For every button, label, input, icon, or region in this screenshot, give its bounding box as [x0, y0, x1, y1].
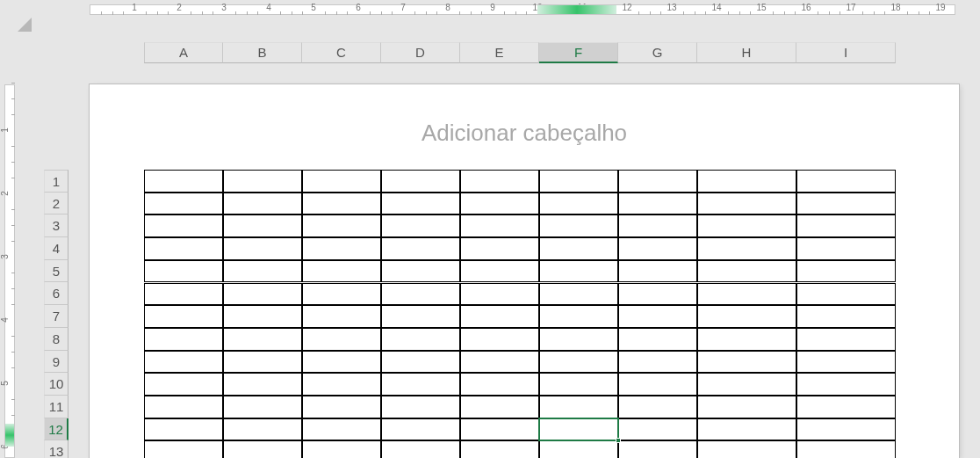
cell-A3[interactable]	[144, 214, 223, 237]
cell-A7[interactable]	[144, 305, 223, 328]
cell-C10[interactable]	[302, 373, 381, 396]
cell-H12[interactable]	[697, 418, 796, 441]
column-header-c[interactable]: C	[302, 42, 381, 63]
row-header-7[interactable]: 7	[44, 305, 68, 328]
cell-F11[interactable]	[539, 396, 618, 418]
row-header-2[interactable]: 2	[44, 193, 68, 215]
fill-handle[interactable]	[616, 438, 621, 443]
cell-A5[interactable]	[144, 260, 223, 283]
row-header-10[interactable]: 10	[44, 373, 68, 396]
cell-F4[interactable]	[539, 237, 618, 260]
select-all-corner[interactable]	[0, 0, 39, 39]
cell-F8[interactable]	[539, 328, 618, 351]
column-header-f[interactable]: F	[539, 42, 618, 63]
cell-B8[interactable]	[223, 328, 302, 351]
cell-A1[interactable]	[144, 170, 223, 193]
cell-D3[interactable]	[381, 214, 460, 237]
cell-D4[interactable]	[381, 237, 460, 260]
cell-I3[interactable]	[796, 214, 896, 237]
cell-G2[interactable]	[618, 193, 697, 215]
cell-C11[interactable]	[302, 396, 381, 418]
cell-C12[interactable]	[302, 418, 381, 441]
cell-C5[interactable]	[302, 260, 381, 283]
cell-C3[interactable]	[302, 214, 381, 237]
cell-D6[interactable]	[381, 283, 460, 306]
cell-B4[interactable]	[223, 237, 302, 260]
column-header-i[interactable]: I	[796, 42, 896, 63]
cell-G7[interactable]	[618, 305, 697, 328]
row-header-3[interactable]: 3	[44, 214, 68, 237]
cell-I11[interactable]	[796, 396, 896, 418]
cell-E5[interactable]	[460, 260, 539, 283]
cell-A6[interactable]	[144, 283, 223, 306]
vertical-ruler[interactable]: 123456	[0, 84, 19, 458]
cell-B12[interactable]	[223, 418, 302, 441]
cell-C13[interactable]	[302, 440, 381, 458]
cell-G6[interactable]	[618, 283, 697, 306]
cell-E6[interactable]	[460, 283, 539, 306]
cell-H1[interactable]	[697, 170, 796, 193]
cell-F13[interactable]	[539, 440, 618, 458]
cell-A4[interactable]	[144, 237, 223, 260]
cell-G13[interactable]	[618, 440, 697, 458]
row-header-6[interactable]: 6	[44, 282, 68, 305]
cell-I1[interactable]	[796, 170, 896, 193]
cell-B13[interactable]	[223, 440, 302, 458]
cell-B2[interactable]	[223, 193, 302, 215]
column-header-b[interactable]: B	[223, 42, 302, 63]
cell-E3[interactable]	[460, 214, 539, 237]
cell-E13[interactable]	[460, 440, 539, 458]
row-header-1[interactable]: 1	[44, 170, 68, 193]
cell-E9[interactable]	[460, 351, 539, 374]
cell-D13[interactable]	[381, 440, 460, 458]
column-header-a[interactable]: A	[144, 42, 223, 63]
cell-D10[interactable]	[381, 373, 460, 396]
row-header-12[interactable]: 12	[44, 418, 68, 441]
cell-D1[interactable]	[381, 170, 460, 193]
cell-D12[interactable]	[381, 418, 460, 441]
cell-E8[interactable]	[460, 328, 539, 351]
cell-I9[interactable]	[796, 351, 896, 374]
cell-E10[interactable]	[460, 373, 539, 396]
row-header-9[interactable]: 9	[44, 351, 68, 374]
cell-E11[interactable]	[460, 396, 539, 418]
cell-I6[interactable]	[796, 283, 896, 306]
cell-I7[interactable]	[796, 305, 896, 328]
cell-C4[interactable]	[302, 237, 381, 260]
cell-H9[interactable]	[697, 351, 796, 374]
cell-B10[interactable]	[223, 373, 302, 396]
cell-H3[interactable]	[697, 214, 796, 237]
cell-I10[interactable]	[796, 373, 896, 396]
cell-H13[interactable]	[697, 440, 796, 458]
column-header-d[interactable]: D	[381, 42, 460, 63]
column-header-g[interactable]: G	[618, 42, 697, 63]
cell-B6[interactable]	[223, 283, 302, 306]
cell-F10[interactable]	[539, 373, 618, 396]
cell-G11[interactable]	[618, 396, 697, 418]
cell-D5[interactable]	[381, 260, 460, 283]
column-header-e[interactable]: E	[460, 42, 539, 63]
cell-G10[interactable]	[618, 373, 697, 396]
cell-I13[interactable]	[796, 440, 896, 458]
cell-H2[interactable]	[697, 193, 796, 215]
cell-E7[interactable]	[460, 305, 539, 328]
cell-C6[interactable]	[302, 283, 381, 306]
row-header-11[interactable]: 11	[44, 396, 68, 418]
cell-C1[interactable]	[302, 170, 381, 193]
cell-D7[interactable]	[381, 305, 460, 328]
cell-I5[interactable]	[796, 260, 896, 283]
cell-A9[interactable]	[144, 351, 223, 374]
cell-A13[interactable]	[144, 440, 223, 458]
cell-F1[interactable]	[539, 170, 618, 193]
cell-C7[interactable]	[302, 305, 381, 328]
row-header-13[interactable]: 13	[44, 440, 68, 458]
cell-C8[interactable]	[302, 328, 381, 351]
cell-F6[interactable]	[539, 283, 618, 306]
cell-A12[interactable]	[144, 418, 223, 441]
cell-D2[interactable]	[381, 193, 460, 215]
row-header-4[interactable]: 4	[44, 237, 68, 260]
cell-I8[interactable]	[796, 328, 896, 351]
page-header-placeholder[interactable]: Adicionar cabeçalho	[144, 120, 904, 147]
cell-B9[interactable]	[223, 351, 302, 374]
column-header-h[interactable]: H	[697, 42, 796, 63]
